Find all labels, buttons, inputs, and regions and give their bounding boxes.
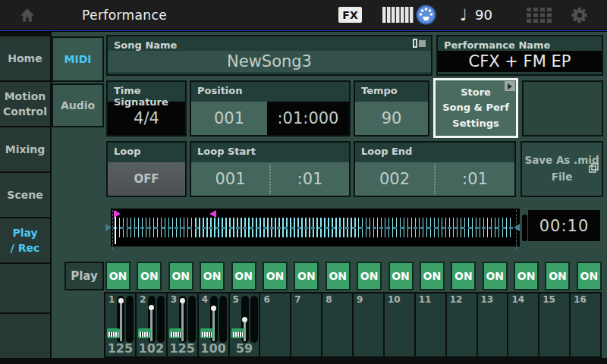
tempo-display[interactable]: 90	[475, 0, 492, 30]
sidebar-item-mixing[interactable]: Mixing	[0, 127, 50, 171]
play-on-button-14[interactable]: ON	[514, 262, 539, 290]
keyboard-keys	[202, 332, 212, 337]
channel-strip-7: 7	[291, 293, 322, 356]
play-on-button-2[interactable]: ON	[137, 262, 162, 290]
save-as-mid-file-button[interactable]: Save As .mid File	[521, 141, 603, 197]
sidebar-item-empty-2	[0, 314, 50, 358]
loop-start-marker-icon[interactable]	[114, 210, 121, 218]
keyboard-icon[interactable]	[382, 0, 414, 30]
channel-meter	[250, 296, 258, 343]
channel-volume-value: 100	[199, 341, 228, 356]
channel-number: 9	[357, 294, 363, 305]
sidebar-item-home[interactable]: Home	[0, 36, 50, 80]
song-timeline-display[interactable]	[111, 209, 520, 246]
song-name-label: Song Name	[108, 36, 431, 51]
top-bar: Performance FX ♩ 90	[0, 0, 607, 30]
rename-icon[interactable]	[413, 39, 426, 49]
performance-name-value[interactable]: CFX + FM EP	[438, 51, 602, 72]
matrix-grid-icon[interactable]	[527, 0, 552, 30]
fx-badge-icon[interactable]: FX	[338, 7, 362, 23]
play-on-button-16[interactable]: ON	[577, 262, 602, 290]
loop-label: Loop	[108, 143, 185, 162]
tempo-value[interactable]: 90	[355, 102, 428, 135]
timeline-left-bound	[112, 210, 113, 249]
play-on-button-3[interactable]: ON	[168, 262, 193, 290]
channel-meter	[157, 296, 165, 343]
midi-connector-icon[interactable]	[416, 0, 436, 30]
play-on-button-7[interactable]: ON	[294, 262, 319, 290]
loop-end-beat[interactable]: :01	[436, 162, 514, 196]
play-on-button-6[interactable]: ON	[263, 262, 288, 290]
scroll-right-arrow-icon[interactable]	[514, 224, 520, 231]
keyboard-part-icon	[200, 328, 213, 338]
loop-toggle-button[interactable]: OFF	[108, 162, 185, 196]
bottom-bar	[0, 358, 607, 364]
position-measure[interactable]: 001	[191, 102, 267, 135]
time-signature-panel: Time Signature 4/4	[106, 80, 187, 136]
play-on-button-8[interactable]: ON	[326, 262, 351, 290]
play-on-row: ONONONONONONONONONONONONONONONON	[105, 262, 602, 290]
play-on-button-10[interactable]: ON	[388, 262, 414, 290]
play-on-button-11[interactable]: ON	[420, 262, 445, 290]
channel-number: 1	[109, 294, 115, 305]
position-label: Position	[191, 82, 349, 102]
fader-knob[interactable]	[242, 317, 247, 322]
channel-number: 10	[388, 294, 401, 305]
keyboard-keys	[171, 332, 181, 337]
play-on-button-4[interactable]: ON	[200, 262, 225, 290]
song-name-panel: Song Name NewSong3	[106, 35, 432, 76]
performance-play-rec-screen: Performance FX ♩ 90	[0, 0, 607, 364]
loop-end-panel: Loop End 002 :01	[354, 141, 516, 197]
play-on-button-15[interactable]: ON	[545, 262, 570, 290]
channel-number: 14	[511, 294, 524, 305]
channel-strip-8: 8	[322, 293, 354, 356]
store-song-perf-settings-button[interactable]: Store Song & Perf Settings	[433, 78, 518, 138]
scroll-left-arrow-icon[interactable]	[105, 224, 112, 231]
play-on-button-9[interactable]: ON	[357, 262, 382, 290]
topbar-accent-line	[0, 30, 607, 32]
fader-knob[interactable]	[211, 306, 216, 311]
channel-strip-4: 4 100	[199, 293, 230, 356]
play-on-button-13[interactable]: ON	[483, 262, 508, 290]
home-icon[interactable]	[18, 0, 36, 30]
channel-number: 12	[450, 294, 463, 305]
keyboard-keys	[233, 332, 243, 337]
tab-midi[interactable]: MIDI	[52, 36, 104, 82]
channel-volume-value: 125	[168, 341, 197, 356]
loop-start-label: Loop Start	[191, 143, 349, 162]
loop-start-beat[interactable]: :01	[271, 162, 349, 196]
tab-audio[interactable]: Audio	[52, 83, 104, 127]
channel-number: 5	[233, 294, 239, 305]
channel-strip-14: 14	[508, 293, 539, 356]
loop-panel: Loop OFF	[106, 141, 187, 197]
channel-strip-15: 15	[539, 293, 571, 356]
sidebar-item-motion-control[interactable]: Motion Control	[0, 82, 50, 126]
channel-number: 13	[481, 294, 494, 305]
performance-name-panel: Performance Name CFX + FM EP	[436, 35, 603, 76]
channel-number: 4	[202, 294, 208, 305]
performance-name-label: Performance Name	[438, 36, 602, 51]
loop-start-measure[interactable]: 001	[191, 162, 269, 196]
channel-strip-1: 1 125	[105, 293, 137, 356]
fader-knob[interactable]	[118, 298, 124, 303]
channel-volume-value: 125	[105, 341, 135, 356]
song-name-value[interactable]: NewSong3	[108, 51, 431, 72]
sidebar-item-play-rec[interactable]: Play / Rec	[0, 218, 50, 262]
position-beat-tick[interactable]: :01:000	[267, 102, 349, 135]
play-on-button-1[interactable]: ON	[105, 262, 131, 290]
sidebar-item-scene[interactable]: Scene	[0, 173, 50, 217]
channel-strip-row: 1 1252 1023 1254	[104, 292, 602, 358]
settings-gear-icon[interactable]	[570, 0, 590, 30]
play-on-button-5[interactable]: ON	[231, 262, 256, 290]
keyboard-keys	[109, 332, 118, 337]
keyboard-part-icon	[169, 328, 182, 338]
fader-knob[interactable]	[149, 305, 154, 310]
channel-number: 7	[294, 294, 300, 305]
play-on-button-12[interactable]: ON	[451, 262, 476, 290]
timeline-handle[interactable]	[522, 215, 527, 241]
loop-end-measure[interactable]: 002	[355, 162, 434, 196]
loop-end-marker-icon[interactable]	[209, 210, 216, 218]
fader-knob[interactable]	[180, 298, 185, 303]
tempo-panel: Tempo 90	[354, 80, 429, 136]
position-panel: Position 001 :01:000	[190, 80, 351, 136]
